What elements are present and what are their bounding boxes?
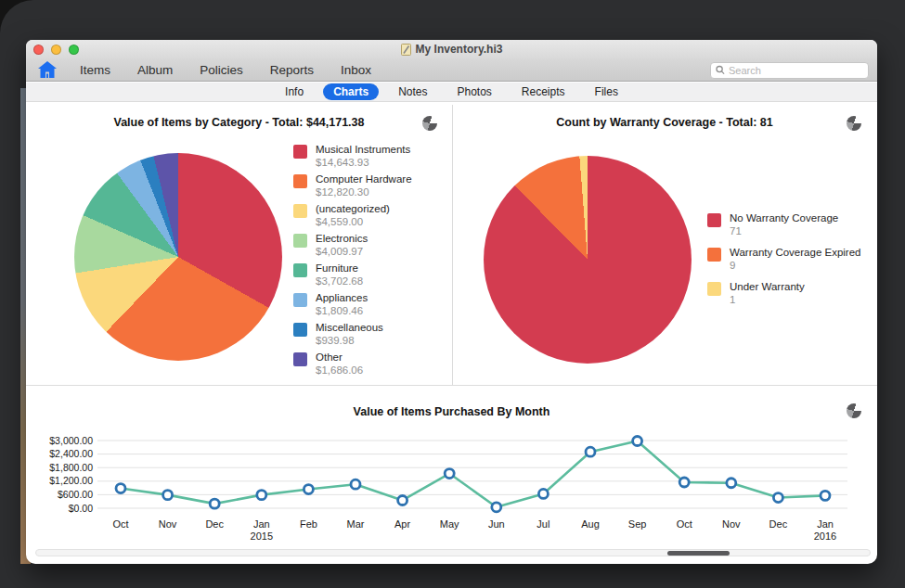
x-axis-label: Jul [520,518,566,530]
horizontal-scrollbar[interactable] [35,549,871,556]
legend-label: Warranty Coverage Expired [730,247,860,259]
data-point [398,495,407,505]
zoom-window-button[interactable] [69,45,79,55]
legend-text: Computer Hardware$12,820.30 [316,173,412,198]
legend-text: Musical Instruments$14,643.93 [316,144,410,169]
minimize-window-button[interactable] [51,45,61,55]
legend-swatch [293,204,307,218]
legend-swatch [293,145,307,159]
line-chart [26,429,877,522]
legend-label: No Warranty Coverage [730,212,838,224]
y-axis-label: $2,400.00 [26,448,93,459]
legend-label: Miscellaneous [316,322,383,334]
legend-text: (uncategorized)$4,559.00 [316,203,390,228]
x-axis-label: May [426,518,472,530]
chart-title-warranty: Count by Warranty Coverage - Total: 81 [452,116,877,129]
titlebar[interactable]: My Inventory.hi3 [26,40,877,58]
search-input[interactable] [729,65,863,76]
x-axis-label: Nov [145,518,191,530]
data-point [538,489,548,498]
line-series [121,441,825,506]
legend-swatch [707,248,721,262]
legend-text: Miscellaneous$939.98 [316,322,383,347]
pie-chart-icon [847,403,861,418]
legend-label: Furniture [316,262,363,275]
legend-item: No Warranty Coverage71 [707,212,860,237]
y-axis-label: $0.00 [26,503,93,514]
tab-notes[interactable]: Notes [388,83,437,100]
toolbar-item-album[interactable]: Album [137,63,173,77]
legend-item: (uncategorized)$4,559.00 [293,203,412,228]
data-point [257,491,266,500]
search-field[interactable] [710,62,869,79]
legend-value: $4,559.00 [316,216,390,228]
x-axis-label: Oct [97,518,144,530]
legend-item: Computer Hardware$12,820.30 [293,173,412,198]
panel-divider [452,105,453,385]
legend-item: Furniture$3,702.68 [293,262,412,288]
tab-receipts[interactable]: Receipts [511,83,575,100]
toolbar-item-inbox[interactable]: Inbox [341,63,371,77]
toolbar-item-items[interactable]: Items [80,63,110,77]
pie-chart-warranty [484,156,692,364]
toolbar-item-reports[interactable]: Reports [270,63,314,77]
data-point [304,485,313,494]
legend-value: $14,643.93 [316,157,410,169]
legend-text: Furniture$3,702.68 [316,262,363,288]
legend-category: Musical Instruments$14,643.93Computer Ha… [293,144,412,377]
legend-item: Electronics$4,009.97 [293,233,412,258]
x-axis-label: Mar [332,518,379,530]
legend-value: $1,686.06 [316,364,363,377]
data-point [586,447,595,456]
legend-value: 1 [730,294,805,306]
legend-value: 71 [730,225,838,237]
legend-swatch [293,352,307,366]
tab-photos[interactable]: Photos [447,83,502,100]
home-icon[interactable] [37,60,58,79]
legend-swatch [293,234,307,248]
tab-info[interactable]: Info [275,83,314,100]
pie-chart-icon [847,116,861,131]
x-axis-label: Dec [191,518,238,530]
legend-swatch [293,174,307,188]
traffic-lights [33,45,79,55]
pie-chart-icon [422,116,437,131]
window-title-wrap: My Inventory.hi3 [26,43,877,56]
legend-swatch [293,293,307,307]
tab-charts[interactable]: Charts [323,83,379,100]
legend-value: $4,009.97 [316,246,368,258]
x-axis-label: Jan2015 [239,518,285,543]
y-axis-label: $3,000.00 [26,435,93,446]
tab-files[interactable]: Files [585,83,628,100]
document-icon [401,44,411,56]
legend-item: Warranty Coverage Expired9 [707,247,860,272]
x-axis-label: Aug [567,518,614,530]
y-axis-label: $600.00 [26,489,93,500]
chart-title-monthly: Value of Items Purchased By Month [26,405,877,418]
y-axis-label: $1,200.00 [26,475,93,486]
legend-label: Under Warranty [730,281,805,293]
legend-label: (uncategorized) [316,203,390,215]
legend-swatch [293,263,307,277]
legend-label: Musical Instruments [316,144,410,156]
x-axis-label: Feb [285,518,331,530]
x-axis-label: Jan2016 [802,518,848,543]
data-point [821,491,830,500]
legend-swatch [293,323,307,337]
data-point [163,491,173,500]
legend-label: Other [316,352,363,364]
data-point [773,493,782,503]
scrollbar-thumb[interactable] [667,551,730,556]
legend-label: Appliances [316,292,368,304]
x-axis-label: Dec [755,518,801,530]
close-window-button[interactable] [33,45,44,55]
app-window: My Inventory.hi3 ItemsAlbumPoliciesRepor… [26,40,877,564]
legend-item: Miscellaneous$939.98 [293,322,412,347]
toolbar-item-policies[interactable]: Policies [200,63,243,77]
section-divider [26,385,877,386]
legend-swatch [707,213,721,227]
x-axis-label: Apr [380,518,426,530]
legend-label: Electronics [316,233,368,245]
legend-text: No Warranty Coverage71 [730,212,838,237]
data-point [116,484,125,493]
